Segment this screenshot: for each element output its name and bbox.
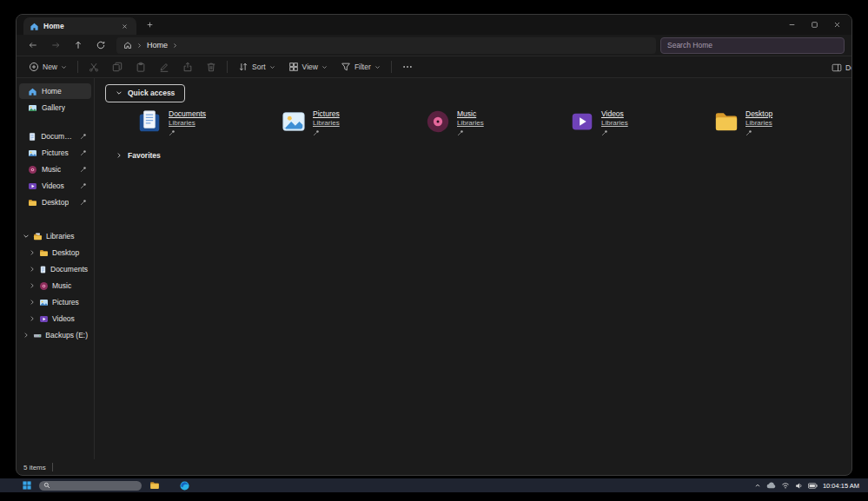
cloud-icon[interactable]: [766, 482, 776, 489]
sidebar-tree-item-videos[interactable]: Videos: [19, 311, 91, 326]
sidebar-item-label: Backups (E:): [45, 331, 88, 339]
sidebar-item-videos[interactable]: Videos: [19, 178, 91, 194]
gallery-icon: [28, 103, 37, 113]
breadcrumb-item-home[interactable]: Home: [147, 41, 168, 49]
chevron-right-icon[interactable]: [29, 315, 36, 322]
sidebar-tree-item-pictures[interactable]: Pictures: [19, 294, 91, 310]
tile-music[interactable]: Music Libraries: [425, 109, 569, 136]
sidebar-item-home[interactable]: Home: [19, 83, 91, 99]
taskbar-app-button[interactable]: [180, 481, 189, 491]
back-button[interactable]: [22, 36, 44, 54]
minimize-button[interactable]: [780, 16, 803, 34]
maximize-button[interactable]: [803, 16, 825, 34]
sidebar-item-pictures[interactable]: Pictures: [19, 145, 91, 161]
tab-home[interactable]: Home: [23, 17, 136, 35]
home-tab-icon: [30, 22, 39, 31]
tile-name-link[interactable]: Desktop: [745, 109, 772, 118]
search-input[interactable]: [667, 41, 838, 49]
navigation-bar: Home: [17, 35, 851, 56]
sidebar-tree-item-libraries[interactable]: Libraries: [19, 228, 91, 244]
breadcrumb[interactable]: Home: [116, 37, 656, 54]
paste-icon: [136, 62, 146, 72]
start-button[interactable]: [23, 481, 31, 490]
copy-icon: [112, 62, 123, 72]
pin-icon: [80, 133, 87, 140]
tile-location-link[interactable]: Libraries: [169, 119, 206, 127]
folder-icon: [28, 198, 37, 208]
chevron-right-icon[interactable]: [29, 249, 36, 256]
tile-location-link[interactable]: Libraries: [601, 119, 628, 127]
forward-button[interactable]: [44, 36, 67, 54]
video-icon: [39, 314, 49, 324]
delete-button[interactable]: [201, 58, 222, 76]
command-bar: New Sort: [17, 56, 851, 78]
trash-icon: [206, 62, 216, 72]
paste-button[interactable]: [130, 58, 151, 76]
tab-close-button[interactable]: [118, 20, 130, 32]
chevron-right-icon[interactable]: [29, 282, 36, 289]
tile-location-link[interactable]: Libraries: [313, 119, 340, 127]
tile-location-link[interactable]: Libraries: [457, 119, 484, 127]
sidebar-item-gallery[interactable]: Gallery: [19, 100, 91, 115]
view-button[interactable]: View: [283, 58, 333, 76]
toolbar-divider: [391, 61, 392, 73]
tab-title: Home: [43, 22, 64, 30]
rename-button[interactable]: [154, 58, 175, 76]
sidebar-tree-item-backups[interactable]: Backups (E:): [19, 327, 91, 343]
desktop-folder-icon: [713, 109, 739, 135]
tile-name-link[interactable]: Pictures: [313, 109, 340, 118]
tile-desktop[interactable]: Desktop Libraries: [713, 109, 852, 136]
more-button[interactable]: [397, 58, 418, 76]
refresh-button[interactable]: [89, 36, 112, 54]
sidebar-item-desktop[interactable]: Desktop: [19, 194, 91, 210]
view-button-label: View: [302, 63, 318, 71]
folder-icon: [149, 480, 160, 491]
tile-name-link[interactable]: Documents: [169, 109, 206, 118]
statusbar-divider: [52, 463, 53, 471]
view-grid-icon: [288, 62, 299, 72]
new-tab-button[interactable]: [142, 17, 157, 33]
close-button[interactable]: [825, 16, 848, 34]
sidebar-item-music[interactable]: Music: [19, 162, 91, 177]
chevron-right-icon[interactable]: [23, 332, 30, 339]
volume-icon[interactable]: [795, 482, 803, 490]
taskbar-clock[interactable]: 10:04:15 AM: [823, 482, 859, 490]
new-button[interactable]: New: [23, 58, 72, 76]
battery-icon[interactable]: [808, 483, 818, 489]
home-icon: [28, 87, 37, 96]
favorites-label: Favorites: [128, 151, 161, 160]
tile-name-link[interactable]: Music: [457, 109, 484, 118]
chevron-down-icon[interactable]: [23, 233, 30, 240]
favorites-header[interactable]: Favorites: [105, 147, 851, 164]
details-button[interactable]: Details: [832, 59, 852, 76]
chevron-right-icon[interactable]: [29, 299, 36, 306]
sidebar-item-label: Music: [52, 281, 71, 290]
sort-button[interactable]: Sort: [233, 58, 281, 76]
tile-name-link[interactable]: Videos: [601, 109, 628, 118]
tile-pictures[interactable]: Pictures Libraries: [281, 109, 425, 136]
up-button[interactable]: [67, 36, 89, 54]
breadcrumb-chevron-icon[interactable]: [172, 43, 178, 49]
cut-button[interactable]: [83, 58, 104, 76]
sidebar-tree-item-music[interactable]: Music: [19, 278, 91, 293]
tray-chevron-up-icon[interactable]: [754, 482, 761, 489]
tile-videos[interactable]: Videos Libraries: [569, 109, 713, 136]
quick-access-toggle[interactable]: Quick access: [105, 84, 185, 102]
sidebar-item-label: Desktop: [52, 248, 79, 257]
copy-button[interactable]: [107, 58, 128, 76]
taskbar-explorer-button[interactable]: [149, 480, 160, 491]
chevron-down-icon: [321, 64, 328, 70]
filter-button[interactable]: Filter: [335, 58, 386, 76]
file-explorer-window: Home: [16, 14, 852, 476]
sidebar-tree-item-desktop[interactable]: Desktop: [19, 245, 91, 260]
taskbar-search[interactable]: [39, 481, 142, 491]
chevron-right-icon[interactable]: [29, 266, 36, 273]
wifi-icon[interactable]: [781, 482, 790, 489]
sidebar-item-documents[interactable]: Documents: [19, 129, 91, 144]
tile-documents[interactable]: Documents Libraries: [136, 109, 281, 136]
videos-library-icon: [569, 109, 595, 135]
share-button[interactable]: [177, 58, 198, 76]
sidebar-tree-item-documents[interactable]: Documents: [19, 261, 91, 277]
search-box[interactable]: [660, 37, 845, 54]
tile-location-link[interactable]: Libraries: [745, 119, 772, 127]
